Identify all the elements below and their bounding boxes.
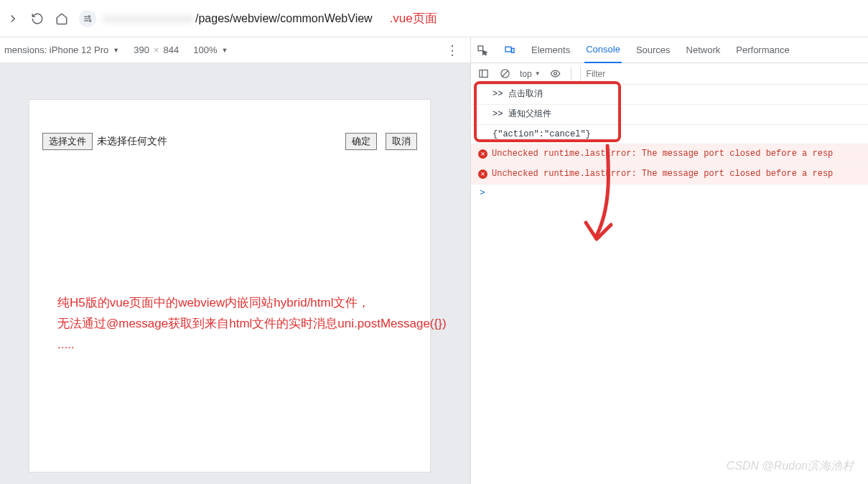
annotation-explanation: 纯H5版的vue页面中的webview内嵌同站hybrid/html文件， 无法… [57, 293, 447, 355]
choose-file-button[interactable]: 选择文件 [42, 133, 93, 150]
console-prompt[interactable]: > [471, 185, 868, 201]
device-toggle-icon[interactable] [503, 43, 517, 57]
svg-point-1 [89, 19, 90, 21]
inspect-element-icon[interactable] [475, 43, 490, 57]
cancel-button[interactable]: 取消 [386, 133, 417, 150]
zoom-selector[interactable]: 100%▼ [193, 45, 228, 55]
forward-icon[interactable] [6, 11, 20, 26]
svg-line-8 [502, 71, 508, 77]
annotation-vue-page: .vue页面 [390, 10, 437, 27]
tab-sources[interactable]: Sources [635, 37, 672, 63]
clear-console-icon[interactable] [498, 68, 511, 80]
console-error-line: ✕ Unchecked runtime.lastError: The messa… [471, 164, 868, 185]
site-settings-icon[interactable] [79, 10, 96, 27]
confirm-button[interactable]: 确定 [345, 133, 377, 150]
error-icon: ✕ [478, 169, 487, 179]
url-text: xxxxxxxxxxxxxx /pages/webview/commonWebV… [103, 12, 373, 25]
live-expression-icon[interactable] [549, 68, 562, 80]
error-icon: ✕ [478, 149, 487, 159]
reload-icon[interactable] [30, 11, 45, 26]
console-log-line: >> 点击取消 [471, 85, 868, 105]
sidebar-toggle-icon[interactable] [477, 68, 490, 80]
svg-rect-5 [479, 70, 487, 78]
browser-toolbar: xxxxxxxxxxxxxx /pages/webview/commonWebV… [0, 0, 868, 37]
device-viewport: mensions: iPhone 12 Pro▼ 390 × 844 100%▼… [0, 37, 470, 484]
devtools-tabs: Elements Console Sources Network Perform… [471, 37, 868, 63]
svg-point-0 [88, 15, 90, 17]
tab-performance[interactable]: Performance [734, 37, 790, 63]
filter-input[interactable] [580, 67, 666, 81]
more-options-icon[interactable]: ⋮ [446, 42, 459, 58]
no-file-label: 未选择任何文件 [97, 135, 167, 148]
console-toolbar: top▼ [471, 63, 868, 85]
tab-elements[interactable]: Elements [530, 37, 571, 63]
console-output[interactable]: >> 点击取消 >> 通知父组件 {"action":"cancel"} ✕ U… [471, 85, 868, 484]
devtools-panel: Elements Console Sources Network Perform… [470, 37, 868, 484]
device-toolbar: mensions: iPhone 12 Pro▼ 390 × 844 100%▼… [0, 37, 470, 63]
console-log-line: >> 通知父组件 [471, 105, 868, 125]
svg-rect-2 [478, 46, 483, 51]
console-log-line: {"action":"cancel"} [471, 125, 868, 145]
tab-console[interactable]: Console [584, 37, 622, 63]
viewport-dimensions[interactable]: 390 × 844 [134, 45, 179, 55]
device-selector[interactable]: mensions: iPhone 12 Pro▼ [4, 45, 119, 55]
tab-network[interactable]: Network [685, 37, 722, 63]
context-selector[interactable]: top▼ [520, 69, 541, 79]
console-error-line: ✕ Unchecked runtime.lastError: The messa… [471, 144, 868, 164]
svg-rect-4 [512, 48, 514, 52]
svg-rect-3 [505, 47, 511, 52]
home-icon[interactable] [55, 11, 69, 26]
webview-page: 选择文件 未选择任何文件 确定 取消 [29, 99, 431, 473]
svg-point-9 [554, 73, 557, 75]
watermark: CSDN @Rudon滨海渔村 [727, 459, 854, 474]
url-bar[interactable]: xxxxxxxxxxxxxx /pages/webview/commonWebV… [79, 10, 437, 27]
